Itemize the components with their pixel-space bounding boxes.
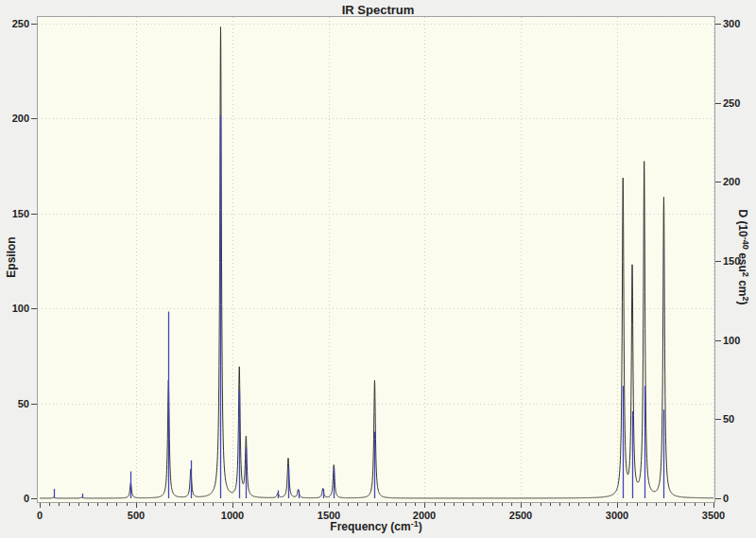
x-minor-tick xyxy=(281,503,282,506)
x-minor-tick xyxy=(463,503,464,506)
x-minor-tick xyxy=(550,503,551,506)
x-axis-label-part: Frequency (cm xyxy=(330,520,410,533)
x-tick-label: 3000 xyxy=(606,510,628,521)
x-tick-label: 500 xyxy=(128,510,145,521)
y-left-tick xyxy=(31,498,37,499)
x-minor-tick xyxy=(164,503,165,506)
y-left-tick-label: 150 xyxy=(0,208,29,219)
x-minor-tick xyxy=(541,503,541,506)
x-tick-label: 3500 xyxy=(702,510,725,521)
y-right-tick xyxy=(715,182,721,182)
x-minor-tick xyxy=(598,503,599,506)
x-minor-tick xyxy=(656,503,657,506)
x-minor-tick xyxy=(454,503,455,506)
x-minor-tick xyxy=(492,503,493,506)
y-left-tick xyxy=(31,404,37,405)
x-minor-tick xyxy=(444,503,445,506)
x-minor-tick xyxy=(405,503,406,506)
spectrum-window: IR Spectrum Epsilon D (10-40 esu2 cm2) F… xyxy=(0,0,756,538)
x-minor-tick xyxy=(675,503,676,506)
x-major-tick xyxy=(329,503,330,508)
x-major-tick xyxy=(232,503,233,508)
x-minor-tick xyxy=(88,503,89,506)
x-minor-tick xyxy=(472,503,473,506)
y-right-tick xyxy=(715,261,721,262)
y-right-tick-label: 250 xyxy=(723,97,740,109)
x-minor-tick xyxy=(435,503,436,506)
x-minor-tick xyxy=(184,503,185,506)
y-right-tick-label: 0 xyxy=(723,493,729,504)
x-minor-tick xyxy=(608,503,609,506)
x-minor-tick xyxy=(155,503,156,506)
x-minor-tick xyxy=(695,503,696,506)
y-right-tick xyxy=(715,340,721,341)
x-minor-tick xyxy=(127,503,128,506)
x-minor-tick xyxy=(502,503,503,506)
x-minor-tick xyxy=(387,503,387,506)
x-major-tick xyxy=(521,503,522,508)
x-minor-tick xyxy=(318,503,319,506)
x-minor-tick xyxy=(175,503,176,506)
x-minor-tick xyxy=(59,503,60,506)
x-minor-tick xyxy=(569,503,570,506)
x-minor-tick xyxy=(348,503,349,506)
plot-background xyxy=(37,16,715,503)
x-minor-tick xyxy=(367,503,368,506)
x-minor-tick xyxy=(377,503,378,506)
x-minor-tick xyxy=(530,503,531,506)
y-left-tick-label: 250 xyxy=(0,18,29,29)
x-minor-tick xyxy=(589,503,590,506)
x-axis-label-part: ) xyxy=(419,520,422,533)
x-tick-label: 2500 xyxy=(509,510,532,521)
x-minor-tick xyxy=(290,503,291,506)
x-minor-tick xyxy=(309,503,310,506)
y-right-tick-label: 200 xyxy=(723,176,740,187)
x-minor-tick xyxy=(415,503,416,506)
x-minor-tick xyxy=(49,503,50,506)
x-minor-tick xyxy=(97,503,98,506)
x-minor-tick xyxy=(270,503,271,506)
y-left-tick xyxy=(31,24,37,25)
x-major-tick xyxy=(136,503,137,508)
x-minor-tick xyxy=(213,503,214,506)
x-major-tick xyxy=(424,503,425,508)
x-major-tick xyxy=(617,503,618,508)
y-right-label-sup: -40 xyxy=(741,237,750,250)
y-right-label-part: D (10 xyxy=(736,209,749,236)
x-minor-tick xyxy=(194,503,195,506)
y-left-tick-label: 50 xyxy=(0,398,29,409)
y-right-label-part: ) xyxy=(736,302,749,305)
y-right-tick xyxy=(715,24,721,25)
x-minor-tick xyxy=(300,503,301,506)
x-tick-label: 1000 xyxy=(221,510,244,521)
x-minor-tick xyxy=(107,503,108,506)
x-minor-tick xyxy=(559,503,560,506)
x-minor-tick xyxy=(261,503,262,506)
x-minor-tick xyxy=(116,503,117,506)
x-minor-tick xyxy=(242,503,243,506)
x-minor-tick xyxy=(357,503,358,506)
y-right-label-sup: 2 xyxy=(741,272,750,277)
x-tick-label: 2000 xyxy=(413,510,436,521)
y-left-tick xyxy=(31,214,37,215)
x-tick-label: 1500 xyxy=(318,510,340,521)
x-minor-tick xyxy=(646,503,647,506)
y-left-tick-label: 0 xyxy=(0,493,29,504)
y-right-tick xyxy=(715,498,721,499)
y-right-tick xyxy=(715,419,721,420)
x-minor-tick xyxy=(684,503,685,506)
x-minor-tick xyxy=(637,503,638,506)
x-minor-tick xyxy=(511,503,512,506)
x-minor-tick xyxy=(627,503,627,506)
y-axis-label-left: Epsilon xyxy=(5,236,18,277)
x-minor-tick xyxy=(69,503,70,506)
spectrum-plot-canvas xyxy=(37,16,715,503)
x-tick-label: 0 xyxy=(37,510,43,521)
x-minor-tick xyxy=(338,503,339,506)
x-minor-tick xyxy=(396,503,397,506)
y-right-label-part: cm xyxy=(736,277,749,297)
y-left-tick xyxy=(31,308,37,309)
x-minor-tick xyxy=(578,503,579,506)
x-minor-tick xyxy=(251,503,252,506)
plot-area xyxy=(37,16,715,503)
